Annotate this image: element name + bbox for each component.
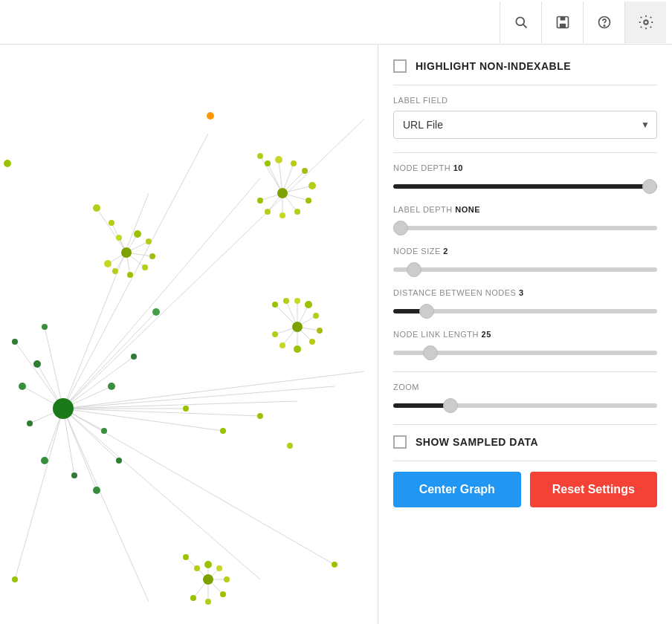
svg-line-1 [523,24,526,27]
svg-line-35 [97,208,126,253]
svg-line-19 [15,342,63,409]
svg-point-82 [112,268,118,274]
svg-point-115 [27,420,33,426]
search-button[interactable] [500,1,541,43]
svg-point-126 [220,428,226,434]
node-depth-slider[interactable] [393,184,657,189]
sampled-data-label: SHOW SAMPLED DATA [416,436,538,448]
svg-point-118 [93,487,100,494]
settings-panel: HIGHLIGHT NON-INDEXABLE LABEL FIELD URL … [378,45,672,624]
svg-point-76 [116,235,122,241]
svg-point-97 [207,112,214,120]
svg-point-94 [265,209,271,215]
center-graph-button[interactable]: Center Graph [393,472,521,507]
svg-point-136 [203,574,213,585]
highlight-checkbox[interactable] [393,59,407,73]
node-size-section: NODE SIZE 2 [393,247,657,275]
svg-point-95 [257,198,263,204]
bottom-buttons: Center Graph Reset Settings [393,472,657,507]
highlight-row: HIGHLIGHT NON-INDEXABLE [393,59,657,73]
svg-point-7 [644,20,648,25]
svg-point-106 [280,342,285,348]
distance-label: DISTANCE BETWEEN NODES 3 [393,288,657,297]
svg-point-135 [190,595,196,601]
help-icon [597,15,612,30]
svg-point-85 [257,153,263,159]
svg-point-124 [12,339,18,345]
svg-point-81 [127,272,133,278]
svg-point-104 [309,339,315,345]
sampled-data-checkbox[interactable] [393,435,407,449]
svg-point-112 [53,398,74,419]
svg-point-101 [305,301,312,308]
gear-icon [638,14,654,30]
svg-point-108 [292,322,303,332]
svg-point-113 [33,360,41,368]
svg-point-132 [224,576,230,582]
svg-point-105 [294,345,301,353]
svg-point-89 [302,168,308,174]
node-size-slider[interactable] [393,267,657,272]
label-field-section: LABEL FIELD URL File Title Meta Descript… [393,96,657,139]
svg-line-29 [63,193,149,409]
svg-point-77 [134,230,141,238]
svg-point-119 [116,458,122,464]
node-link-slider[interactable] [393,351,657,355]
node-link-label: NODE LINK LENGTH 25 [393,330,657,339]
svg-point-129 [194,565,200,571]
svg-line-27 [63,178,260,409]
graph-canvas[interactable] [0,45,375,624]
svg-point-128 [183,554,189,560]
reset-settings-button[interactable]: Reset Settings [530,472,658,507]
svg-line-33 [63,409,260,579]
zoom-slider[interactable] [393,403,657,408]
label-field-select-wrapper: URL File Title Meta Description ▼ [393,111,657,139]
svg-line-22 [63,409,223,431]
node-link-section: NODE LINK LENGTH 25 [393,330,657,358]
svg-point-102 [313,313,319,319]
svg-point-122 [152,308,160,316]
zoom-label: ZOOM [393,383,657,391]
svg-point-78 [146,238,152,244]
label-depth-slider[interactable] [393,226,657,230]
svg-point-130 [204,561,212,568]
svg-line-24 [63,401,297,409]
settings-button[interactable] [624,1,666,43]
svg-line-23 [63,409,260,416]
svg-point-98 [272,302,278,308]
svg-point-91 [306,198,311,204]
svg-point-127 [257,413,263,419]
svg-point-90 [308,182,316,189]
svg-point-125 [101,428,107,434]
svg-line-31 [15,409,63,579]
svg-point-110 [183,406,189,412]
svg-point-114 [19,383,26,390]
label-field-select[interactable]: URL File Title Meta Description [393,111,657,139]
svg-point-80 [142,264,148,270]
svg-line-26 [63,371,364,409]
help-button[interactable] [583,1,624,43]
search-icon [514,15,529,30]
svg-point-109 [4,160,11,167]
svg-point-117 [71,472,77,478]
svg-point-93 [280,212,285,218]
save-button[interactable] [541,1,583,43]
svg-point-120 [108,383,115,390]
svg-point-131 [216,565,222,571]
toolbar [0,0,672,45]
svg-point-96 [277,188,288,198]
svg-point-137 [12,576,18,582]
distance-slider[interactable] [393,309,657,313]
label-depth-label: LABEL DEPTH NONE [393,205,657,214]
svg-line-32 [63,409,149,602]
svg-point-74 [93,204,100,212]
svg-point-111 [287,443,293,449]
svg-line-28 [63,134,208,409]
svg-point-138 [332,562,337,568]
svg-point-84 [121,247,132,258]
svg-point-87 [275,156,282,163]
node-depth-label: NODE DEPTH 10 [393,163,657,172]
node-depth-section: NODE DEPTH 10 [393,163,657,192]
zoom-section: ZOOM [393,383,657,411]
svg-point-134 [205,599,211,605]
